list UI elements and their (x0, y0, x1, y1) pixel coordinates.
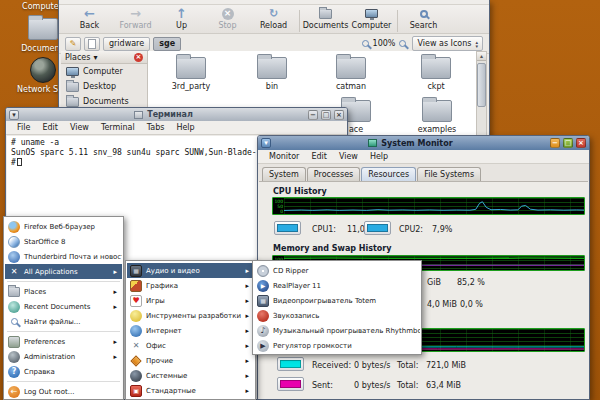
path-button-gridware[interactable]: gridware (103, 37, 150, 51)
menu-item-cd-ripper[interactable]: CD Ripper (254, 263, 420, 278)
computer-button[interactable]: Computer (351, 7, 392, 30)
sent-color-button[interactable] (277, 377, 304, 391)
menu-item-realplayer[interactable]: ▶ RealPlayer 11 (254, 278, 420, 293)
folder-catman[interactable]: catman (321, 57, 381, 91)
menu-item-label: Places (24, 288, 46, 296)
menu-item-recent-documents[interactable]: Recent Documents ▸ (5, 299, 122, 314)
tab-processes[interactable]: Processes (307, 167, 360, 181)
documents-icon (319, 9, 332, 19)
menu-item-audio-video[interactable]: ▦ Аудио и видео ▸ (127, 263, 254, 278)
scrollbar-thumb[interactable] (477, 63, 486, 107)
menu-item-help[interactable]: ? Справка (5, 364, 122, 379)
scroll-up-icon[interactable]: ▴ (477, 52, 486, 61)
tab-resources[interactable]: Resources (361, 167, 416, 182)
view-mode-dropdown[interactable]: View as Icons ▴▾ (412, 36, 483, 51)
menu-item-totem[interactable]: ▦ Видеопроигрыватель Totem (254, 293, 420, 308)
minimize-icon[interactable]: − (308, 110, 318, 120)
close-icon[interactable]: × (334, 110, 344, 120)
search-button[interactable]: Search (403, 7, 444, 30)
edit-location-button[interactable]: ✎ (65, 37, 81, 51)
network-globe-icon[interactable] (30, 57, 56, 83)
received-color-button[interactable] (277, 357, 304, 371)
menu-edit[interactable]: Edit (306, 150, 332, 163)
zoom-out-icon[interactable] (362, 40, 369, 47)
development-icon (130, 310, 142, 322)
menu-item-internet[interactable]: Интернет ▸ (127, 323, 254, 338)
forward-button[interactable]: → Forward (115, 7, 156, 30)
folder-3rd_party[interactable]: 3rd_party (161, 57, 221, 91)
maximize-icon[interactable]: □ (321, 110, 331, 120)
sidebar-item-computer[interactable]: Computer (61, 64, 147, 79)
menu-edit[interactable]: Edit (37, 121, 63, 134)
places-header[interactable]: Places ▾ × (61, 51, 147, 64)
scrollbar[interactable]: ▴ (476, 51, 487, 139)
menu-view[interactable]: View (65, 121, 94, 134)
stop-button[interactable]: × Stop (207, 7, 248, 30)
sidebar-item-desktop[interactable]: Desktop (61, 79, 147, 94)
menu-item-places[interactable]: Places ▸ (5, 284, 122, 299)
menu-item-find-files[interactable]: Найти файлы... (5, 314, 122, 329)
menu-item-development[interactable]: Инструменты разработки ▸ (127, 308, 254, 323)
menu-item-system[interactable]: Системные ▸ (127, 368, 254, 383)
menu-item-staroffice[interactable]: StarOffice 8 (5, 234, 122, 249)
system-monitor-icon (368, 139, 377, 147)
menu-item-sound-recorder[interactable]: Звукозапись (254, 308, 420, 323)
menu-item-all-applications[interactable]: ✕ All Applications ▸ (5, 264, 122, 279)
submenu-arrow-icon: ▸ (245, 297, 249, 305)
minimize-icon[interactable]: − (550, 138, 560, 148)
cpu1-color-button[interactable] (274, 221, 301, 235)
menu-item-administration[interactable]: Administration ▸ (5, 349, 122, 364)
submenu-arrow-icon: ▸ (113, 338, 117, 346)
menu-help[interactable]: Help (171, 121, 199, 134)
documents-button[interactable]: Documents (305, 7, 346, 30)
menu-item-rhythmbox[interactable]: ♪ Музыкальный проигрыватель Rhythmbox (254, 323, 420, 338)
maximize-icon[interactable]: □ (563, 138, 573, 148)
audio-video-icon: ▦ (130, 265, 142, 277)
menu-item-label: Стандартные (146, 387, 196, 395)
menu-tabs[interactable]: Tabs (142, 121, 170, 134)
folder-label: ace (349, 125, 363, 134)
folder-bin[interactable]: bin (242, 57, 302, 91)
menu-item-games[interactable]: ♥ Игры ▸ (127, 293, 254, 308)
menu-item-preferences[interactable]: Preferences ▸ (5, 334, 122, 349)
menu-item-firefox[interactable]: Firefox Веб-браузер (5, 219, 122, 234)
window-menu-icon[interactable]: ▾ (261, 138, 271, 148)
search-icon (8, 316, 20, 328)
sidebar-close-icon[interactable]: × (134, 53, 143, 62)
documents-folder-icon[interactable] (28, 18, 58, 40)
back-button[interactable]: ← Back (69, 7, 110, 30)
toolbar-separator (299, 10, 300, 32)
cpu2-color-button[interactable] (364, 221, 391, 235)
menu-terminal[interactable]: Terminal (96, 121, 140, 134)
note-button[interactable] (84, 37, 100, 51)
folder-examples[interactable]: examples (407, 100, 467, 134)
menu-item-graphics[interactable]: Графика ▸ (127, 278, 254, 293)
caret-down-icon: ▾ (93, 53, 97, 62)
applications-submenu: ▦ Аудио и видео ▸ Графика ▸ ♥ Игры ▸ Инс… (125, 260, 256, 400)
menu-item-office[interactable]: ✕ Офис ▸ (127, 338, 254, 353)
menu-item-accessories[interactable]: ▣ Стандартные ▸ (127, 383, 254, 398)
tab-file-systems[interactable]: File Systems (417, 167, 481, 181)
close-icon[interactable]: × (576, 138, 586, 148)
menu-item-label: Музыкальный проигрыватель Rhythmbox (273, 327, 420, 335)
menu-file[interactable]: File (12, 121, 35, 134)
menu-item-label: Найти файлы... (24, 318, 80, 326)
menu-item-other[interactable]: Прочие ▸ (127, 353, 254, 368)
menu-item-thunderbird[interactable]: Thunderbird Почта и новости (5, 249, 122, 264)
tab-system[interactable]: System (262, 167, 306, 181)
menu-monitor[interactable]: Monitor (264, 150, 304, 163)
menu-item-logout[interactable]: ← Log Out root... (5, 384, 122, 399)
zoom-in-icon[interactable] (399, 40, 406, 47)
reload-button[interactable]: ↻ Reload (253, 7, 294, 30)
up-icon: ↑ (176, 8, 187, 20)
terminal-titlebar[interactable]: ▾ Терминал − □ × (6, 108, 347, 121)
menu-view[interactable]: View (334, 150, 363, 163)
menu-item-volume-control[interactable]: ▶ Регулятор громкости (254, 338, 420, 353)
window-menu-icon[interactable]: ▾ (9, 110, 19, 120)
system-monitor-titlebar[interactable]: ▾ System Monitor − □ × (258, 136, 589, 150)
up-button[interactable]: ↑ Up (161, 7, 202, 30)
folder-icon (336, 57, 366, 79)
path-button-sge[interactable]: sge (153, 37, 181, 51)
menu-help[interactable]: Help (365, 150, 393, 163)
folder-ckpt[interactable]: ckpt (406, 57, 466, 91)
